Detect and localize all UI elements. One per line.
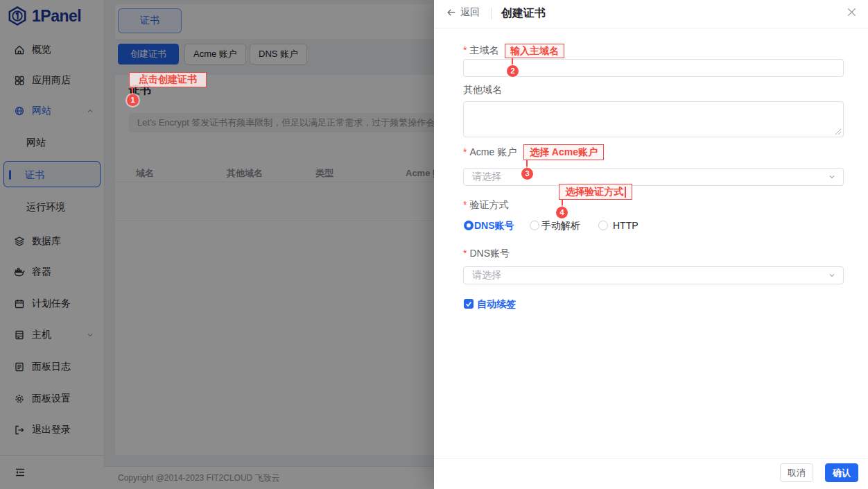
auto-renew-checkbox[interactable] <box>464 299 474 309</box>
create-cert-drawer: 返回 创建证书 *主域名 其他域名 *Acme 账户 请选择 *验证方式 <box>434 0 868 489</box>
check-icon <box>465 300 473 308</box>
screen: 1Panel 概览 应用商店 网站 网站 证书 运行环境 数据库 <box>0 0 868 489</box>
auto-renew-label[interactable]: 自动续签 <box>477 298 516 309</box>
field-label-main-domain: *主域名 <box>463 44 498 57</box>
radio-http[interactable] <box>598 221 608 230</box>
field-label-dns-account: *DNS账号 <box>463 248 510 260</box>
footer-divider <box>434 458 868 459</box>
drawer-header: 返回 创建证书 <box>434 0 868 28</box>
radio-label-manual[interactable]: 手动解析 <box>541 220 580 231</box>
radio-label-dns[interactable]: DNS账号 <box>474 220 514 231</box>
main-domain-input[interactable] <box>463 59 844 77</box>
confirm-button[interactable]: 确认 <box>825 463 858 482</box>
required-marker: * <box>463 199 467 210</box>
back-button[interactable]: 返回 <box>446 6 480 19</box>
acme-account-select[interactable]: 请选择 <box>463 168 844 186</box>
select-placeholder: 请选择 <box>472 269 501 282</box>
header-divider <box>491 8 492 19</box>
chevron-down-icon <box>828 173 836 181</box>
arrow-left-icon <box>446 8 456 17</box>
required-marker: * <box>463 44 467 55</box>
dns-account-select[interactable]: 请选择 <box>463 266 844 284</box>
back-label: 返回 <box>460 6 480 19</box>
close-icon[interactable] <box>847 7 857 17</box>
drawer-title: 创建证书 <box>501 6 546 21</box>
field-label-acme-account: *Acme 账户 <box>463 146 517 159</box>
field-label-verify-method: *验证方式 <box>463 199 508 212</box>
select-placeholder: 请选择 <box>472 171 501 183</box>
radio-dns-account[interactable] <box>464 221 474 230</box>
cancel-button[interactable]: 取消 <box>780 463 813 482</box>
radio-label-http[interactable]: HTTP <box>613 220 639 231</box>
field-label-other-domains: 其他域名 <box>463 84 502 96</box>
radio-manual-resolve[interactable] <box>530 221 539 230</box>
required-marker: * <box>463 248 467 259</box>
other-domains-textarea[interactable] <box>463 101 844 137</box>
required-marker: * <box>463 146 467 157</box>
modal-overlay[interactable] <box>0 0 434 489</box>
chevron-down-icon <box>828 271 836 280</box>
resize-handle[interactable] <box>835 128 842 135</box>
